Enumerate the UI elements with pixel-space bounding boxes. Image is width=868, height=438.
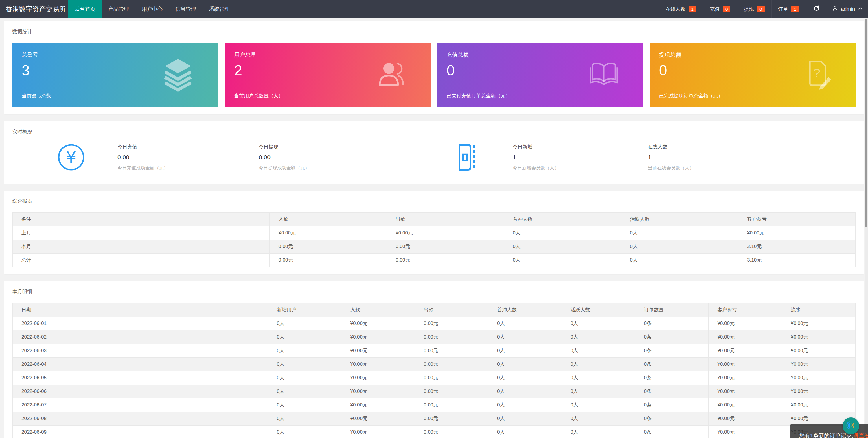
status-online-users[interactable]: 在线人数 1 [659, 0, 703, 18]
table-cell: ¥0.00元 [341, 317, 415, 331]
menu-item-system[interactable]: 系统管理 [203, 0, 236, 18]
table-cell: ¥0.00元 [709, 331, 782, 344]
menu-item-users[interactable]: 用户中心 [135, 0, 169, 18]
status-orders[interactable]: 订单 1 [771, 0, 806, 18]
table-cell: 0条 [635, 331, 709, 344]
table-cell: 上月 [13, 226, 270, 240]
table-cell: 0人 [488, 344, 562, 358]
column-header: 流水 [782, 303, 856, 317]
card-label: 提现总额 [659, 51, 846, 59]
menu-item-home[interactable]: 后台首页 [68, 0, 102, 18]
stat-value: 0.00 [259, 154, 428, 161]
table-cell: 0.00元 [415, 331, 488, 344]
table-cell: 0人 [562, 398, 635, 412]
table-cell: ¥0.00元 [341, 358, 415, 371]
table-cell: ¥0.00元 [782, 358, 856, 371]
table-cell: 0人 [268, 317, 341, 331]
table-cell: 2022-06-07 [13, 398, 268, 412]
summary-report-panel: 综合报表 备注入款出款首冲人数活跃人数客户盈亏上月¥0.00元¥0.00元0人0… [4, 191, 864, 274]
table-row: 2022-06-050人¥0.00元0.00元0人0人0条¥0.00元¥0.00… [13, 371, 856, 385]
stat-caption: 今日提现成功金额（元） [259, 165, 428, 171]
table-cell: 0人 [621, 226, 738, 240]
table-row: 2022-06-080人¥0.00元0.00元0人0人0条¥0.00元¥0.00… [13, 412, 856, 426]
stat-caption: 今日充值成功金额（元） [118, 165, 259, 171]
table-cell: 0人 [488, 371, 562, 385]
table-cell: 0人 [268, 398, 341, 412]
table-cell: 0人 [488, 317, 562, 331]
table-row: 2022-06-020人¥0.00元0.00元0人0人0条¥0.00元¥0.00… [13, 331, 856, 344]
total-deposit-card: 充值总额 0 已支付充值订单总金额（元） [437, 43, 643, 107]
column-header: 活跃人数 [621, 213, 738, 226]
card-caption: 已支付充值订单总金额（元） [447, 93, 511, 99]
stat-value: 0.00 [118, 154, 259, 161]
table-cell: ¥0.00元 [782, 344, 856, 358]
menu-item-info[interactable]: 信息管理 [169, 0, 203, 18]
table-cell: ¥0.00元 [782, 371, 856, 385]
stat-caption: 今日新增会员数（人） [513, 165, 648, 171]
refresh-icon [813, 5, 820, 13]
stats-panel: 数据统计 总盈亏 3 当前盈亏总数 [4, 22, 864, 114]
layers-icon [161, 58, 195, 93]
table-row: 2022-06-090人¥0.00元0.00元0人0人0条¥0.00元¥0.00… [13, 426, 856, 438]
column-header: 客户盈亏 [738, 213, 856, 226]
table-cell: ¥0.00元 [782, 317, 856, 331]
total-users-card: 用户总量 2 当前用户总数量（人） [225, 43, 431, 107]
table-cell: 0人 [268, 412, 341, 426]
realtime-panel-title: 实时概况 [12, 128, 856, 135]
table-cell: 2022-06-08 [13, 412, 268, 426]
scrollbar-thumb[interactable] [865, 19, 867, 227]
status-withdrawals[interactable]: 提现 0 [737, 0, 771, 18]
table-cell: 3.10元 [738, 254, 856, 267]
column-header: 日期 [13, 303, 268, 317]
column-header: 出款 [415, 303, 488, 317]
table-cell: 本月 [13, 240, 270, 254]
table-cell: ¥0.00元 [341, 398, 415, 412]
table-cell: 0.00元 [387, 254, 504, 267]
table-cell: 0人 [488, 426, 562, 438]
table-cell: 0人 [562, 371, 635, 385]
admin-menu[interactable]: admin [827, 0, 868, 18]
table-header-row: 备注入款出款首冲人数活跃人数客户盈亏 [13, 213, 856, 226]
table-row: 上月¥0.00元¥0.00元0人0人¥0.00元 [13, 226, 856, 240]
stat-label: 在线人数 [648, 143, 856, 150]
table-cell: ¥0.00元 [709, 385, 782, 398]
table-cell: 0条 [635, 385, 709, 398]
notification-sound-button[interactable] [842, 417, 859, 434]
table-cell: 0人 [621, 254, 738, 267]
month-detail-panel: 本月明细 日期新增用户入款出款首冲人数活跃人数订单数量客户盈亏流水2022-06… [4, 281, 864, 438]
table-cell: 0.00元 [415, 398, 488, 412]
table-cell: 0条 [635, 371, 709, 385]
table-cell: ¥0.00元 [782, 331, 856, 344]
table-cell: 0人 [268, 344, 341, 358]
status-badge: 1 [791, 6, 799, 12]
column-header: 备注 [13, 213, 270, 226]
menu-item-products[interactable]: 产品管理 [102, 0, 135, 18]
table-cell: ¥0.00元 [782, 398, 856, 412]
table-cell: ¥0.00元 [341, 426, 415, 438]
stat-label: 今日充值 [118, 143, 259, 150]
table-cell: 2022-06-04 [13, 358, 268, 371]
card-caption: 已完成提现订单总金额（元） [659, 93, 723, 99]
table-cell: ¥0.00元 [341, 412, 415, 426]
table-cell: 0.00元 [415, 358, 488, 371]
svg-text:¥: ¥ [66, 148, 76, 167]
table-cell: 0条 [635, 344, 709, 358]
table-cell: 0人 [562, 317, 635, 331]
table-cell: 0.00元 [415, 426, 488, 438]
table-cell: 2022-06-03 [13, 344, 268, 358]
card-caption: 当前盈亏总数 [22, 93, 51, 99]
month-detail-table: 日期新增用户入款出款首冲人数活跃人数订单数量客户盈亏流水2022-06-010人… [12, 303, 856, 438]
dashboard-content: 数据统计 总盈亏 3 当前盈亏总数 [0, 22, 868, 438]
status-deposits[interactable]: 充值 0 [703, 0, 737, 18]
table-cell: 0条 [635, 317, 709, 331]
table-cell: 0人 [268, 426, 341, 438]
svg-text:?: ? [813, 66, 820, 80]
table-cell: ¥0.00元 [709, 398, 782, 412]
table-cell: 0.00元 [270, 254, 387, 267]
column-header: 客户盈亏 [709, 303, 782, 317]
stat-label: 今日新增 [513, 143, 648, 150]
speaker-icon [846, 420, 856, 432]
table-cell: 0人 [621, 240, 738, 254]
refresh-button[interactable] [806, 0, 827, 18]
total-withdrawal-card: 提现总额 0 已完成提现订单总金额（元） ? [650, 43, 856, 107]
